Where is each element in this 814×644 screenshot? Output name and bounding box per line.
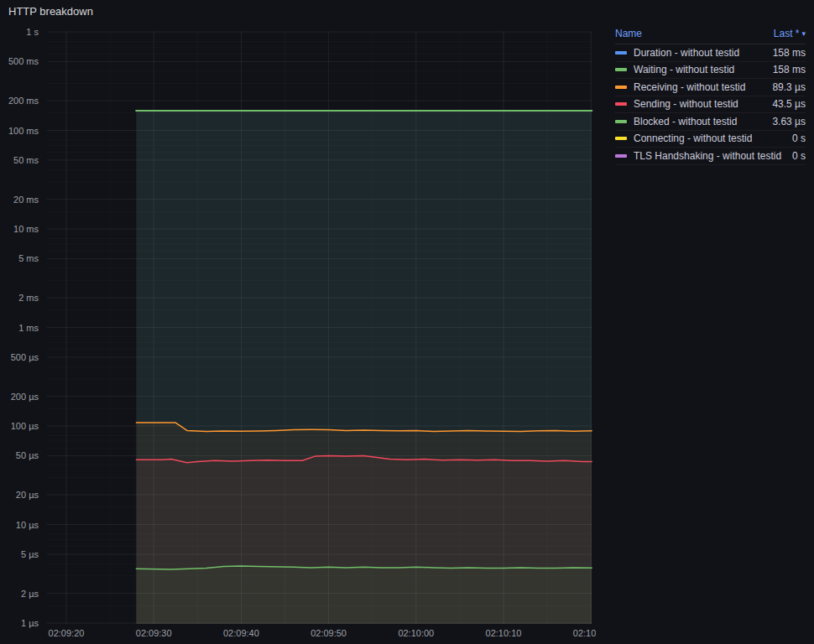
y-axis-label: 1 s: [26, 27, 39, 37]
series-area-blocked: [136, 566, 592, 624]
y-axis-label: 10 µs: [16, 520, 39, 530]
legend-row-blocked[interactable]: Blocked - without testid 3.63 µs: [615, 113, 806, 131]
series-name: Waiting - without testid: [634, 64, 766, 75]
series-name: Sending - without testid: [634, 98, 765, 110]
y-axis-label: 200 µs: [11, 392, 39, 402]
series-name: Connecting - without testid: [634, 132, 785, 144]
y-axis-label: 500 µs: [11, 352, 39, 362]
y-axis-label: 20 ms: [13, 195, 39, 205]
x-axis-label: 02:09:40: [223, 628, 259, 638]
y-axis-label: 1 µs: [21, 618, 39, 628]
x-axis-label: 02:09:30: [136, 628, 172, 638]
series-color-swatch: [615, 154, 627, 158]
y-axis-label: 100 ms: [8, 126, 39, 136]
sort-desc-icon: ▾: [801, 30, 806, 38]
legend-row-sending[interactable]: Sending - without testid 43.5 µs: [615, 96, 806, 114]
legend-table: Name Last * ▾ Duration - without testid …: [615, 26, 806, 165]
series-name: Receiving - without testid: [634, 81, 765, 93]
series-last-value: 43.5 µs: [772, 98, 806, 110]
y-axis-label: 10 ms: [13, 224, 39, 234]
legend-header: Name Last * ▾: [615, 26, 806, 44]
x-axis-label: 02:10:00: [398, 628, 434, 638]
legend-last-label: Last *: [774, 28, 800, 39]
x-axis-label: 02:09:50: [310, 628, 347, 638]
legend-row-tls[interactable]: TLS Handshaking - without testid 0 s: [615, 148, 806, 165]
x-axis-label: 02:10:10: [486, 628, 522, 638]
legend-row-receiving[interactable]: Receiving - without testid 89.3 µs: [615, 79, 806, 96]
y-axis-label: 5 µs: [21, 549, 39, 559]
series-color-swatch: [615, 68, 627, 71]
x-axis-label: 02:10:20: [573, 628, 596, 638]
y-axis-label: 50 µs: [16, 450, 39, 460]
series-name: TLS Handshaking - without testid: [634, 150, 785, 162]
legend-sort-name[interactable]: Name: [615, 28, 642, 39]
series-last-value: 89.3 µs: [772, 81, 806, 93]
y-axis-label: 5 ms: [18, 253, 39, 263]
y-axis-label: 200 ms: [8, 96, 39, 106]
series-color-swatch: [615, 137, 627, 140]
y-axis-label: 500 ms: [8, 56, 39, 66]
series-last-value: 158 ms: [773, 47, 806, 59]
series-last-value: 0 s: [792, 150, 806, 162]
legend-row-duration[interactable]: Duration - without testid 158 ms: [615, 44, 806, 62]
series-last-value: 3.63 µs: [772, 116, 806, 127]
y-axis-label: 50 ms: [13, 155, 39, 165]
series-name: Blocked - without testid: [634, 116, 765, 127]
legend-row-waiting[interactable]: Waiting - without testid 158 ms: [615, 62, 806, 80]
series-color-swatch: [615, 120, 627, 123]
series-color-swatch: [615, 86, 627, 89]
y-axis-label: 100 µs: [11, 421, 39, 431]
y-axis-label: 1 ms: [18, 323, 39, 333]
series-color-swatch: [615, 102, 627, 106]
y-axis-label: 20 µs: [16, 490, 39, 500]
y-axis-label: 2 µs: [21, 589, 39, 599]
chart-canvas[interactable]: 1 s500 ms200 ms100 ms50 ms20 ms10 ms5 ms…: [0, 0, 596, 644]
y-axis-label: 2 ms: [18, 293, 39, 303]
legend-sort-last[interactable]: Last * ▾: [774, 28, 806, 39]
x-axis-label: 02:09:20: [49, 628, 85, 638]
series-name: Duration - without testid: [634, 47, 766, 59]
series-last-value: 158 ms: [773, 64, 806, 75]
series-last-value: 0 s: [792, 132, 806, 144]
series-color-swatch: [615, 51, 627, 55]
time-series-chart[interactable]: 1 s500 ms200 ms100 ms50 ms20 ms10 ms5 ms…: [0, 0, 596, 644]
legend-row-connecting[interactable]: Connecting - without testid 0 s: [615, 131, 806, 148]
